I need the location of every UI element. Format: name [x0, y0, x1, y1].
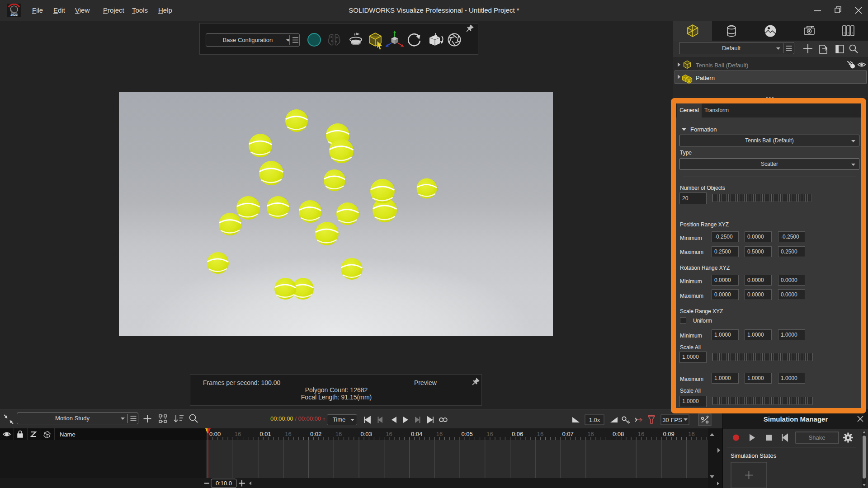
svg-text:16: 16 [587, 431, 594, 437]
svg-text:0:08: 0:08 [613, 431, 624, 437]
svg-text:2023: 2023 [10, 13, 18, 16]
svg-text:16: 16 [436, 431, 443, 437]
svg-text:0:02: 0:02 [310, 431, 321, 437]
svg-text:0:09: 0:09 [663, 431, 675, 437]
svg-text:Simulation States: Simulation States [731, 452, 777, 459]
svg-text:0:10.0: 0:10.0 [216, 480, 232, 487]
svg-text:16: 16 [486, 431, 493, 437]
svg-text:16: 16 [688, 431, 694, 437]
svg-text:0:05: 0:05 [462, 431, 473, 437]
svg-text:0:06: 0:06 [512, 431, 523, 437]
svg-text:0:03: 0:03 [361, 431, 372, 437]
svg-text:Shake: Shake [809, 434, 826, 441]
svg-text:16: 16 [235, 431, 241, 437]
svg-text:0:01: 0:01 [260, 431, 271, 437]
svg-text:30 FPS: 30 FPS [662, 417, 682, 423]
svg-text:16: 16 [386, 431, 392, 437]
svg-text:16: 16 [537, 431, 543, 437]
svg-text:0:07: 0:07 [562, 431, 574, 437]
svg-text:16: 16 [285, 431, 291, 437]
svg-text:Name: Name [60, 431, 75, 438]
svg-text:16: 16 [638, 431, 644, 437]
svg-text:1.0x: 1.0x [589, 417, 600, 423]
svg-text:16: 16 [335, 431, 342, 437]
svg-text:0:04: 0:04 [411, 431, 422, 437]
